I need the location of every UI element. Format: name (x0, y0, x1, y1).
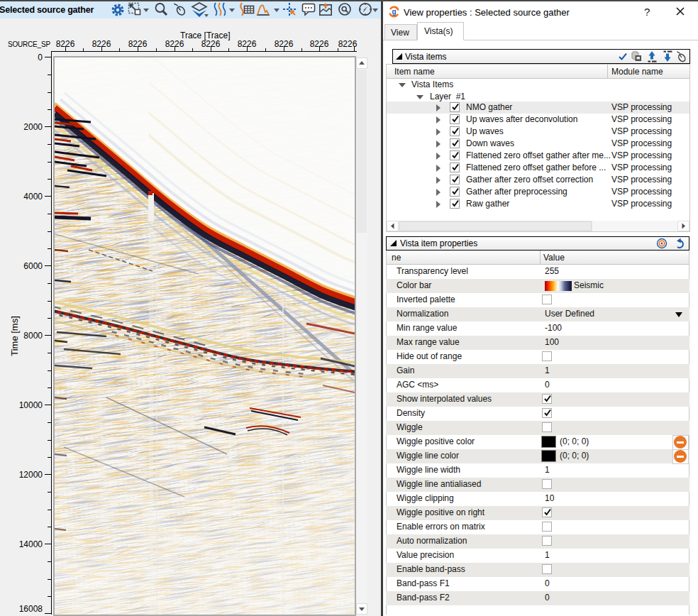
svg-text:g: g (392, 8, 396, 16)
